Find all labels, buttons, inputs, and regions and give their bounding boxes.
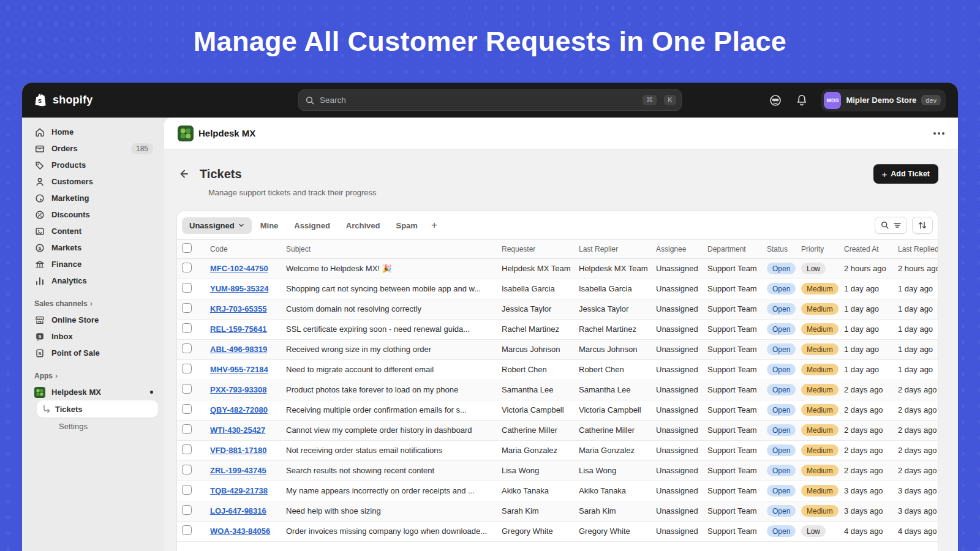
- sidebar-item-settings[interactable]: Settings: [54, 418, 158, 435]
- row-checkbox[interactable]: [182, 323, 192, 333]
- sidebar-item-label: Products: [51, 160, 153, 170]
- priority-badge: Medium: [801, 364, 839, 375]
- store-menu[interactable]: MDS Mipler Demo Store dev: [821, 89, 946, 111]
- ticket-code-link[interactable]: LOJ-647-98316: [210, 506, 266, 515]
- row-checkbox[interactable]: [182, 444, 192, 454]
- sidebar-item-tickets[interactable]: Tickets: [37, 400, 158, 418]
- sidebar-item-products[interactable]: Products: [29, 157, 158, 173]
- row-checkbox[interactable]: [182, 404, 192, 414]
- sidebar-item-orders[interactable]: Orders 185: [29, 140, 158, 157]
- table-row[interactable]: QBY-482-72080 Receiving multiple order c…: [177, 400, 938, 420]
- tickets-table-container[interactable]: CodeSubjectRequesterLast ReplierAssignee…: [177, 239, 938, 551]
- sidebar-item-online-store[interactable]: Online Store: [29, 312, 158, 328]
- ticket-code-link[interactable]: KRJ-703-65355: [210, 304, 267, 313]
- sidebar-item-discounts[interactable]: Discounts: [29, 206, 158, 223]
- cell-assignee: Unassigned: [651, 420, 703, 440]
- table-row[interactable]: LOJ-647-98316 Need help with shoe sizing…: [177, 501, 938, 521]
- ticket-code-link[interactable]: MHV-955-72184: [210, 365, 268, 374]
- cell-code: LOJ-647-98316: [205, 501, 281, 521]
- row-checkbox[interactable]: [182, 424, 192, 434]
- table-header-row: CodeSubjectRequesterLast ReplierAssignee…: [177, 240, 938, 258]
- table-row[interactable]: ABL-496-98319 Received wrong size in my …: [177, 339, 938, 359]
- sidebar-item-icon: [34, 259, 45, 270]
- ticket-code-link[interactable]: QBY-482-72080: [210, 405, 268, 414]
- sidebar-item-analytics[interactable]: Analytics: [29, 272, 158, 289]
- tab-unassigned[interactable]: Unassigned: [182, 217, 252, 234]
- row-checkbox[interactable]: [182, 505, 192, 515]
- status-badge: Open: [767, 485, 796, 497]
- ticket-code-link[interactable]: VFD-881-17180: [210, 446, 267, 455]
- sidebar-item-helpdesk-mx[interactable]: Helpdesk MX: [29, 384, 158, 400]
- table-row[interactable]: TQB-429-21738 My name appears incorrectl…: [177, 481, 938, 501]
- select-all-checkbox[interactable]: [182, 243, 192, 253]
- shopify-logo[interactable]: S shopify: [34, 92, 92, 108]
- sidekick-icon[interactable]: [769, 94, 782, 107]
- row-checkbox[interactable]: [182, 525, 192, 535]
- ticket-code-link[interactable]: YUM-895-35324: [210, 284, 268, 293]
- table-row[interactable]: PXX-793-93308 Product photos take foreve…: [177, 380, 938, 400]
- row-checkbox[interactable]: [182, 364, 192, 373]
- table-row[interactable]: WTI-430-25427 Cannot view my complete or…: [177, 420, 938, 440]
- cell-requester: Victoria Campbell: [497, 400, 574, 420]
- bell-icon[interactable]: [796, 94, 808, 107]
- more-options-icon[interactable]: [933, 132, 944, 135]
- sidebar-item-finance[interactable]: Finance: [29, 256, 158, 272]
- cell-code: WTI-430-25427: [205, 420, 281, 440]
- row-checkbox[interactable]: [182, 303, 192, 313]
- back-arrow-icon[interactable]: [176, 167, 191, 181]
- sidebar-item-home[interactable]: Home: [29, 124, 158, 140]
- table-toolbar: [875, 217, 933, 234]
- cell-priority: Medium: [796, 380, 839, 400]
- row-checkbox[interactable]: [182, 263, 192, 272]
- table-row[interactable]: YUM-895-35324 Shopping cart not syncing …: [177, 279, 938, 299]
- cell-created-at: 1 day ago: [839, 279, 893, 299]
- sidebar-item-point-of-sale[interactable]: Point of Sale: [29, 345, 158, 361]
- table-row[interactable]: MFC-102-44750 Welcome to Helpdesk MX! 🎉 …: [177, 258, 938, 279]
- cell-department: Support Team: [703, 359, 762, 380]
- ticket-code-link[interactable]: ABL-496-98319: [210, 345, 267, 354]
- table-row[interactable]: VFD-881-17180 Not receiving order status…: [177, 440, 938, 460]
- shopify-bag-icon: S: [34, 92, 49, 108]
- add-view-button[interactable]: +: [425, 218, 443, 233]
- add-ticket-button[interactable]: + Add Ticket: [873, 164, 938, 184]
- status-badge: Open: [767, 303, 796, 315]
- table-row[interactable]: MHV-955-72184 Need to migrate account to…: [177, 359, 938, 380]
- ticket-code-link[interactable]: PXX-793-93308: [210, 385, 267, 394]
- tab-assigned[interactable]: Assigned: [287, 217, 337, 234]
- cell-last-replier: Victoria Campbell: [574, 400, 651, 420]
- ticket-code-link[interactable]: ZRL-199-43745: [210, 466, 266, 475]
- table-row[interactable]: ZRL-199-43745 Search results not showing…: [177, 460, 938, 481]
- ticket-code-link[interactable]: TQB-429-21738: [210, 486, 268, 495]
- table-row[interactable]: KRJ-703-65355 Custom domain not resolvin…: [177, 299, 938, 319]
- ticket-code-link[interactable]: WTI-430-25427: [210, 425, 265, 435]
- sort-button[interactable]: [912, 217, 933, 234]
- row-checkbox[interactable]: [182, 343, 192, 353]
- row-checkbox[interactable]: [182, 485, 192, 495]
- sidebar-item-customers[interactable]: Customers: [29, 173, 158, 190]
- sidebar-item-marketing[interactable]: Marketing: [29, 190, 158, 206]
- tab-mine[interactable]: Mine: [253, 217, 286, 234]
- row-checkbox[interactable]: [182, 384, 192, 394]
- ticket-code-link[interactable]: MFC-102-44750: [210, 264, 268, 273]
- sidebar-item-label: Point of Sale: [51, 348, 153, 358]
- cell-assignee: Unassigned: [651, 460, 703, 481]
- cell-subject: SSL certificate expiring soon - need ren…: [281, 319, 497, 339]
- cell-priority: Medium: [796, 460, 839, 481]
- chevron-right-icon: ›: [55, 371, 58, 380]
- sidebar-section-sales-channels[interactable]: Sales channels ›: [34, 299, 158, 308]
- search-filter-button[interactable]: [875, 217, 907, 234]
- sidebar-item-markets[interactable]: Markets: [29, 239, 158, 256]
- global-search-input[interactable]: Search ⌘ K: [298, 89, 682, 111]
- row-checkbox[interactable]: [182, 465, 192, 474]
- sidebar-section-apps[interactable]: Apps ›: [34, 371, 158, 380]
- table-row[interactable]: REL-159-75641 SSL certificate expiring s…: [177, 319, 938, 339]
- cell-priority: Medium: [796, 319, 839, 339]
- sidebar-item-content[interactable]: Content: [29, 223, 158, 239]
- table-row[interactable]: WOA-343-84056 Order invoices missing com…: [177, 521, 938, 541]
- row-checkbox[interactable]: [182, 283, 192, 293]
- tab-archived[interactable]: Archived: [339, 217, 388, 234]
- ticket-code-link[interactable]: WOA-343-84056: [210, 527, 270, 536]
- ticket-code-link[interactable]: REL-159-75641: [210, 324, 267, 334]
- sidebar-item-inbox[interactable]: Inbox: [29, 328, 158, 345]
- tab-spam[interactable]: Spam: [388, 217, 424, 234]
